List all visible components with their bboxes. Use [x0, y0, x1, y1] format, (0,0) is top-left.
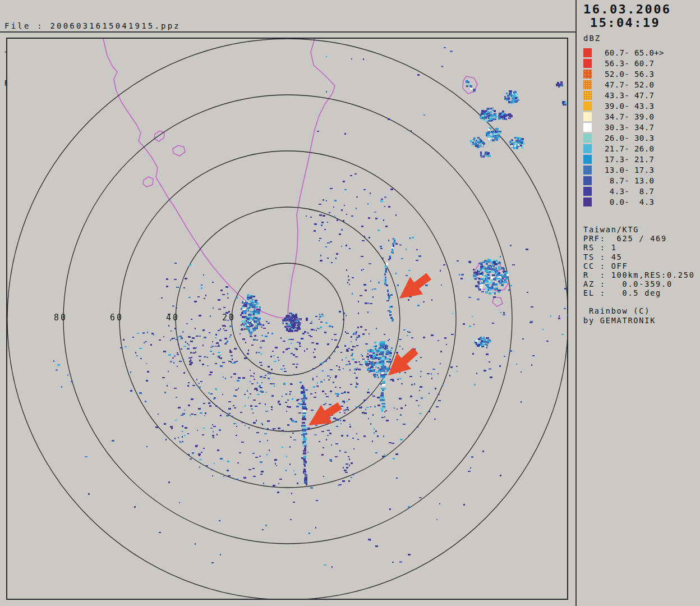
legend-range-label: 17.3- 21.7	[605, 155, 654, 164]
software-branding: Rainbow (C) by GEMATRONIK	[583, 306, 656, 325]
ppi-display: 80604020	[6, 38, 568, 600]
legend-color-swatch	[583, 176, 592, 185]
legend-range-label: 30.3- 34.7	[605, 123, 654, 132]
legend-entry: 26.0- 30.3	[583, 132, 664, 143]
scan-time: 15:04:19	[590, 16, 660, 30]
legend-color-swatch	[583, 112, 592, 121]
legend-range-label: 0.0- 4.3	[605, 198, 654, 206]
legend-color-swatch	[583, 102, 592, 111]
panel-divider-line	[575, 0, 577, 606]
legend-color-swatch	[583, 134, 592, 143]
legend-range-label: 26.0- 30.3	[605, 134, 654, 143]
legend-range-label: 4.3- 8.7	[605, 187, 654, 196]
dbz-color-legend: 60.7- 65.0+>56.3- 60.752.0- 56.347.7- 52…	[583, 47, 664, 207]
range-ring-label: 20	[219, 313, 238, 323]
legend-range-label: 39.0- 43.3	[605, 102, 654, 111]
legend-entry: 8.7- 13.0	[583, 175, 664, 186]
legend-range-label: 52.0- 56.3	[605, 70, 654, 79]
legend-entry: 21.7- 26.0	[583, 143, 664, 154]
legend-color-swatch	[583, 155, 592, 164]
file-info-file-line: File : 2006031615041915.ppz	[4, 21, 181, 31]
legend-color-swatch	[583, 144, 592, 153]
legend-color-swatch	[583, 59, 592, 68]
range-ring-label: 80	[51, 313, 70, 323]
legend-entry: 0.0- 4.3	[583, 196, 664, 207]
range-ring-label: 60	[107, 313, 126, 323]
legend-color-swatch	[583, 187, 592, 196]
scan-date: 16.03.2006	[583, 2, 671, 16]
header-divider-line	[0, 31, 575, 33]
radar-parameters: Taiwan/KTG PRF: 625 / 469 RS : 1 TS : 45…	[583, 225, 695, 298]
legend-entry: 17.3- 21.7	[583, 154, 664, 164]
legend-range-label: 8.7- 13.0	[605, 176, 654, 185]
legend-color-swatch	[583, 80, 592, 89]
legend-entry: 43.3- 47.7	[583, 90, 664, 100]
legend-color-swatch	[583, 70, 592, 79]
legend-entry: 34.7- 39.0	[583, 111, 664, 122]
legend-color-swatch	[583, 166, 592, 175]
legend-entry: 13.0- 17.3	[583, 164, 664, 175]
legend-entry: 4.3- 8.7	[583, 186, 664, 196]
legend-range-label: 43.3- 47.7	[605, 91, 654, 100]
legend-color-swatch	[583, 123, 592, 132]
legend-range-label: 60.7- 65.0+>	[605, 48, 664, 57]
legend-title: dBZ	[583, 34, 601, 43]
legend-range-label: 13.0- 17.3	[605, 166, 654, 175]
legend-entry: 56.3- 60.7	[583, 58, 664, 68]
legend-range-label: 21.7- 26.0	[605, 144, 654, 153]
legend-entry: 52.0- 56.3	[583, 68, 664, 79]
legend-color-swatch	[583, 48, 592, 57]
radar-ppi-canvas	[7, 39, 568, 600]
legend-range-label: 47.7- 52.0	[605, 80, 654, 89]
legend-entry: 39.0- 43.3	[583, 100, 664, 111]
legend-range-label: 56.3- 60.7	[605, 59, 654, 68]
legend-entry: 47.7- 52.0	[583, 79, 664, 90]
legend-color-swatch	[583, 91, 592, 100]
legend-range-label: 34.7- 39.0	[605, 112, 654, 121]
range-ring-label: 40	[163, 313, 182, 323]
legend-entry: 30.3- 34.7	[583, 122, 664, 132]
legend-color-swatch	[583, 198, 592, 206]
legend-entry: 60.7- 65.0+>	[583, 47, 664, 58]
